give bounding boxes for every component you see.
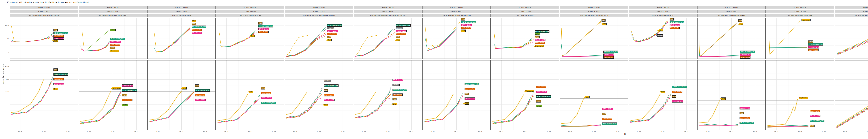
- facet-column-3: N.factor: 1.00e+00P.value: 7.19e-02Test:…: [147, 6, 216, 133]
- flag-pointer-icon: [249, 35, 250, 37]
- series-flag-label: Fast: [461, 18, 465, 21]
- facet-column-13: N.factor: 1.00e+00P.value: 5.10e-01Test:…: [835, 6, 868, 133]
- series-flag-label: Slow: [182, 87, 187, 89]
- series-flag-label: HEAD=subset_rchk: [54, 73, 68, 76]
- series-flag-label: CRAN=1.18.0: [110, 41, 121, 43]
- series-flag-label: CRAN=1.18.0: [740, 107, 750, 109]
- flag-pointer-icon: [52, 40, 54, 41]
- seconds-plot-panel: base=masterCRAN=1.18.0HEAD=subset_rchkFi…: [491, 60, 559, 130]
- y-tick-label-seconds: 1e+00: [5, 66, 9, 67]
- y-tick-label-kilobytes: 10000: [5, 24, 9, 26]
- x-tick-label: 1e+08: [203, 130, 207, 132]
- series-flag-label: Fast: [602, 113, 606, 115]
- x-tick-label: 1e+03: [774, 130, 778, 132]
- series-flag-label: CRAN=1.18.0: [810, 115, 820, 117]
- series-flag-label: base=master: [324, 94, 334, 96]
- series-flag-label: HEAD=subset_rchk: [195, 89, 210, 91]
- series-flag-label: CRAN=1.18.0: [535, 39, 546, 41]
- kilobytes-plot-panel: HEAD=subset_rchkFasterIOCRAN=1.18.0base=…: [353, 18, 422, 59]
- series-flag-label: Slow: [54, 39, 58, 42]
- y-tick-label-kilobytes: 1: [8, 51, 9, 53]
- flag-pointer-icon: [584, 96, 585, 98]
- series-flag-label: CRAN=1.18.0: [258, 28, 269, 30]
- x-tick-label: 1e+09: [753, 130, 757, 132]
- x-tick-label: 1e+04: [454, 130, 458, 132]
- series-flag-label: CRAN=1.18.0: [602, 108, 613, 110]
- series-flag-label: HEAD=subset_rchk: [603, 51, 618, 53]
- facet-strip-pvalue: P.value: 3.18e-01: [491, 10, 559, 13]
- series-flag-label: HEAD=subset_rchk: [192, 26, 207, 28]
- seconds-plot-canvas: [491, 60, 559, 130]
- x-tick-label: 1e+05: [341, 130, 344, 132]
- series-flag-label: base=master: [396, 33, 406, 35]
- flag-pointer-icon: [533, 46, 535, 47]
- series-flag-label: HEAD=subset_rchk: [461, 21, 476, 23]
- facet-column-1: N.factor: 1.00e+00P.value: 2.59e-02Test:…: [10, 6, 78, 133]
- series-flag-label: HEAD=subset_rchk: [396, 24, 410, 27]
- series-flag-label: base=master: [740, 117, 750, 119]
- facet-strip-test: Test: fread disk overhead improved in #6…: [835, 14, 868, 17]
- x-tick-label: 1e+04: [42, 130, 45, 132]
- series-flag-label: Fixed: [110, 47, 115, 49]
- series-flag-label: base=master: [327, 33, 337, 35]
- kilobytes-plot-panel: HEAD=subset_rchkFasterIOCRAN=1.18.0base=…: [285, 18, 353, 59]
- x-tick-label: 1e+01: [362, 130, 366, 132]
- facet-strip-test: Test: DT[by] fixed in #4558: [491, 14, 559, 17]
- x-axis-ticks: 1e+031e+061e+09: [766, 130, 834, 133]
- kilobytes-plot-panel: FastHEAD=subset_rchkCRAN=1.18.0base=mast…: [422, 18, 491, 59]
- series-flag-label: Slow: [396, 39, 400, 41]
- series-flag-label: base=master: [192, 29, 202, 31]
- facet-strip-pvalue: P.value: 5.10e-01: [835, 10, 868, 13]
- series-flag-label: Slow: [327, 39, 332, 41]
- flag-pointer-icon: [181, 88, 182, 89]
- series-flag-label: base=master: [808, 49, 818, 51]
- series-flag-label: base=master: [535, 42, 545, 44]
- series-flag-label: HEAD=subset_rchk: [261, 102, 276, 104]
- facet-column-8: N.factor: 1.00e+00P.value: 3.18e-01Test:…: [491, 6, 559, 133]
- series-flag-label: Fast: [393, 98, 397, 101]
- x-tick-label: 1e+05: [179, 130, 183, 132]
- series-flag-label: CRAN=1.18.0: [670, 24, 680, 26]
- series-flag-label: HEAD=subset_rchk: [110, 38, 125, 40]
- seconds-plot-canvas: [79, 60, 147, 130]
- x-tick-label: 1e+03: [568, 130, 572, 132]
- flag-pointer-icon: [322, 104, 324, 106]
- kilobytes-plot-canvas: [148, 18, 215, 59]
- x-tick-label: 1e+04: [867, 130, 868, 132]
- x-axis-ticks: 1e+021e+041e+06: [422, 130, 491, 133]
- series-flag-label: base=master: [393, 93, 403, 96]
- series-flag-label: Slow: [324, 104, 328, 106]
- series-flag-label: CRAN=1.18.0: [396, 30, 407, 32]
- flag-pointer-icon: [111, 88, 112, 89]
- series-flag-label: FasterIO: [327, 27, 334, 29]
- series-flag-label: HEAD=subset_rchk: [258, 25, 273, 27]
- series-flag-label: Fast: [324, 89, 328, 91]
- facet-strip-nfactor: N.factor: 1.00e+00: [698, 6, 766, 9]
- flag-pointer-icon: [659, 91, 661, 92]
- x-axis-ticks: 1e+021e+041e+06: [216, 130, 284, 133]
- flag-pointer-icon: [109, 50, 110, 52]
- x-tick-label: 1e+06: [134, 130, 138, 132]
- facet-strip-pvalue: P.value: 3.72e-01: [629, 10, 697, 13]
- seconds-plot-panel: CRAN=1.18.0FasterIOHEAD=subset_rchkbase=…: [353, 60, 422, 130]
- series-flag-label: CRAN=1.18.0: [54, 37, 64, 39]
- series-flag-label: Slower: [657, 34, 663, 37]
- facet-strip-pvalue: P.value: 2.59e-02: [10, 10, 78, 13]
- series-flag-label: FasterIO: [396, 27, 403, 29]
- series-flag-label: Slow: [393, 103, 397, 105]
- seconds-plot-canvas: [354, 60, 422, 130]
- series-flag-label: Slow: [739, 23, 744, 25]
- series-flag-label: base=master: [740, 56, 750, 59]
- series-flag-label: Fast: [327, 36, 331, 38]
- series-flag-label: Fast: [261, 87, 265, 89]
- x-tick-label: 1e+03: [637, 130, 641, 132]
- series-flag-label: Fast: [54, 29, 58, 31]
- kilobytes-plot-panel: SlowFastHEAD=subset_rchkbase=masterCRAN=…: [147, 18, 216, 59]
- facet-strip-nfactor: N.factor: 1.00e+00: [629, 6, 697, 9]
- x-tick-label: 1e+02: [843, 130, 847, 132]
- seconds-plot-canvas: [10, 60, 78, 130]
- series-flag-label: Fast: [740, 112, 744, 114]
- series-flag-label: HEAD=subset_rchk: [54, 32, 68, 34]
- series-flag-label: HEAD=subset_rchk: [393, 89, 407, 91]
- facet-strip-nfactor: N.factor: 1.00e+00: [422, 6, 491, 9]
